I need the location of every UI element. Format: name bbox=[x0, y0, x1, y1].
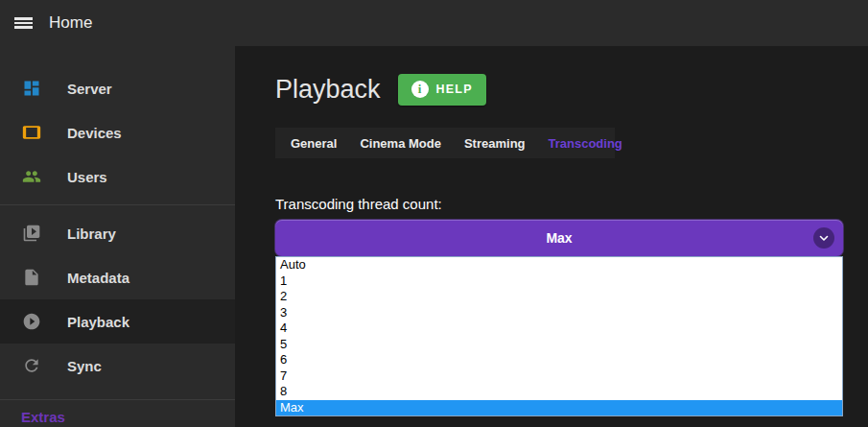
main-content: Playback i HELP GeneralCinema ModeStream… bbox=[235, 46, 868, 427]
top-app-bar: Home bbox=[0, 0, 868, 46]
option-1[interactable]: 1 bbox=[276, 273, 842, 290]
option-6[interactable]: 6 bbox=[276, 352, 842, 368]
thread-count-select[interactable]: Max bbox=[275, 220, 843, 256]
users-icon bbox=[21, 166, 42, 187]
help-button[interactable]: i HELP bbox=[398, 74, 486, 106]
sidebar: ServerDevicesUsersLibraryMetadataPlaybac… bbox=[0, 46, 235, 427]
sidebar-divider bbox=[0, 204, 235, 205]
chevron-down-icon[interactable] bbox=[813, 227, 834, 249]
sidebar-item-library[interactable]: Library bbox=[0, 211, 235, 255]
tab-bar: GeneralCinema ModeStreamingTranscoding bbox=[275, 128, 615, 158]
app-title: Home bbox=[49, 13, 92, 33]
option-auto[interactable]: Auto bbox=[276, 257, 842, 273]
sidebar-item-label: Server bbox=[67, 81, 112, 97]
sidebar-extras-label[interactable]: Extras bbox=[0, 409, 235, 425]
sidebar-item-users[interactable]: Users bbox=[0, 154, 235, 199]
file-icon bbox=[21, 267, 42, 288]
sidebar-divider bbox=[0, 399, 235, 400]
select-dropdown-popup: Auto12345678Max bbox=[275, 256, 843, 416]
option-2[interactable]: 2 bbox=[276, 289, 842, 305]
video-library-icon bbox=[21, 223, 42, 244]
sidebar-item-metadata[interactable]: Metadata bbox=[0, 255, 235, 299]
sidebar-item-server[interactable]: Server bbox=[0, 66, 235, 110]
help-button-label: HELP bbox=[436, 83, 473, 96]
select-current-value: Max bbox=[275, 220, 843, 256]
sidebar-item-label: Library bbox=[67, 225, 116, 242]
option-7[interactable]: 7 bbox=[276, 368, 842, 385]
option-5[interactable]: 5 bbox=[276, 337, 842, 353]
sidebar-item-label: Playback bbox=[67, 314, 129, 330]
hamburger-menu-icon[interactable] bbox=[14, 17, 34, 29]
transcoding-thread-count-label: Transcoding thread count: bbox=[275, 196, 442, 212]
sidebar-item-devices[interactable]: Devices bbox=[0, 110, 235, 154]
tab-transcoding[interactable]: Transcoding bbox=[537, 136, 634, 151]
tab-cinema-mode[interactable]: Cinema Mode bbox=[348, 136, 453, 151]
sync-icon bbox=[21, 355, 42, 376]
dashboard-icon bbox=[21, 78, 42, 99]
tab-general[interactable]: General bbox=[279, 136, 348, 151]
sidebar-item-label: Devices bbox=[67, 125, 122, 141]
tab-streaming[interactable]: Streaming bbox=[453, 136, 537, 151]
info-icon: i bbox=[411, 81, 429, 98]
option-3[interactable]: 3 bbox=[276, 305, 842, 321]
option-max[interactable]: Max bbox=[276, 400, 842, 416]
play-circle-icon bbox=[21, 311, 42, 332]
sidebar-item-playback[interactable]: Playback bbox=[0, 299, 235, 344]
sidebar-item-label: Sync bbox=[67, 358, 102, 374]
sidebar-item-sync[interactable]: Sync bbox=[0, 344, 235, 388]
page-title: Playback bbox=[275, 75, 381, 105]
option-8[interactable]: 8 bbox=[276, 384, 842, 400]
tablet-icon bbox=[21, 122, 42, 143]
sidebar-item-label: Users bbox=[67, 169, 107, 185]
sidebar-item-label: Metadata bbox=[67, 270, 129, 286]
option-4[interactable]: 4 bbox=[276, 320, 842, 337]
